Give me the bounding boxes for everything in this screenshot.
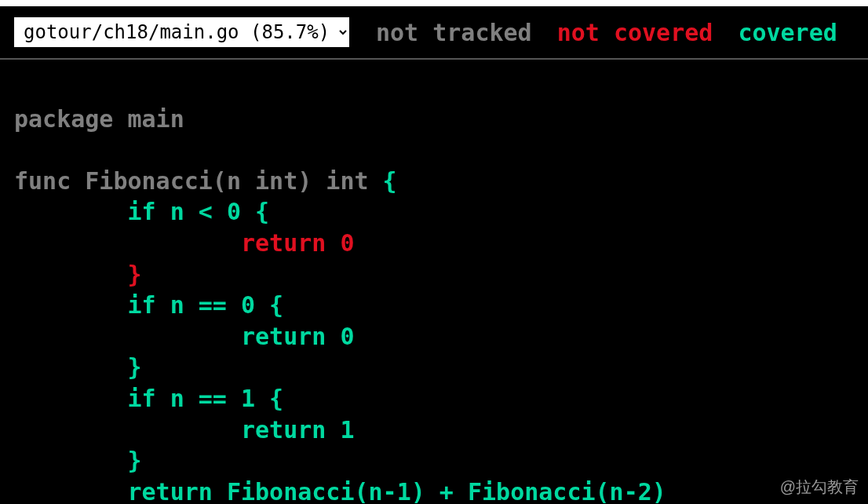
code-line: if n == 0 { xyxy=(14,291,283,319)
legend-covered: covered xyxy=(738,19,837,46)
code-line: package main xyxy=(14,105,184,133)
code-line: { xyxy=(383,167,397,195)
code-line: if n == 1 { xyxy=(14,385,283,412)
legend-not-tracked: not tracked xyxy=(376,19,532,46)
code-line: } xyxy=(14,447,142,474)
legend-not-covered: not covered xyxy=(557,19,713,46)
file-select[interactable]: gotour/ch18/main.go (85.7%) xyxy=(13,16,351,49)
code-line: } xyxy=(14,353,142,381)
code-line: } xyxy=(14,261,142,288)
code-line: return 0 xyxy=(14,229,354,257)
code-line: return 1 xyxy=(14,416,354,444)
code-viewer: package main func Fibonacci(n int) int {… xyxy=(0,60,868,504)
watermark: @拉勾教育 xyxy=(780,477,859,498)
code-line: return 0 xyxy=(14,323,354,350)
code-line: if n < 0 { xyxy=(14,198,269,225)
code-line: return Fibonacci(n-1) + Fibonacci(n-2) xyxy=(14,478,666,504)
code-line: func Fibonacci(n int) int xyxy=(14,167,383,195)
coverage-topbar: gotour/ch18/main.go (85.7%) not tracked … xyxy=(0,6,868,60)
